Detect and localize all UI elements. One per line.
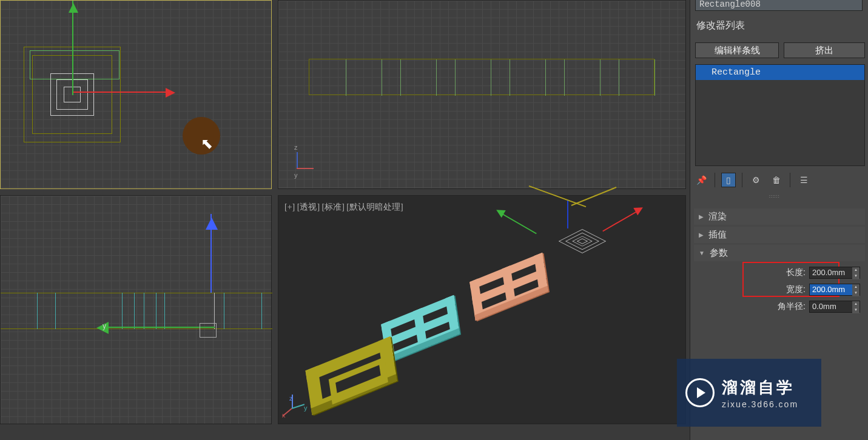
viewport-left[interactable]: y — [0, 195, 272, 424]
separator-icon — [715, 173, 715, 187]
spinner-down-icon[interactable]: ▼ — [852, 273, 860, 279]
chevron-right-icon: ▶ — [699, 232, 704, 238]
left-bar — [134, 293, 135, 329]
world-axes-icon: z y x — [287, 395, 305, 413]
separator-icon — [790, 173, 790, 187]
width-spinner[interactable]: 200.0mm ▲▼ — [809, 284, 860, 296]
selected-rectangle-wireframe — [545, 218, 618, 278]
front-mini-axes: z y — [297, 152, 315, 170]
watermark: 溜溜自学 zixue.3d66.com — [677, 359, 821, 427]
param-label: 角半径: — [778, 301, 806, 312]
gizmo-center-handle[interactable] — [200, 323, 217, 338]
modifier-dropdown-edit-spline[interactable]: 编辑样条线 — [695, 42, 779, 58]
rollout-interpolation[interactable]: ▶ 插值 — [694, 227, 865, 243]
object-name-field[interactable]: Rectangle008 — [695, 0, 863, 11]
chevron-right-icon: ▶ — [699, 213, 704, 220]
left-bar — [261, 293, 262, 329]
modifier-list-label: 修改器列表 — [696, 19, 745, 32]
front-cell — [510, 59, 546, 96]
pin-stack-icon[interactable]: 📌 — [694, 173, 708, 187]
spinner-buttons[interactable]: ▲▼ — [852, 284, 860, 296]
param-label: 宽度: — [786, 284, 806, 295]
gizmo-y-axis[interactable] — [72, 1, 73, 95]
make-unique-icon[interactable]: ⚙ — [749, 173, 763, 187]
front-cell — [400, 59, 437, 96]
show-end-result-icon[interactable]: ▯ — [721, 173, 736, 187]
spinner-buttons[interactable]: ▲▼ — [852, 267, 860, 279]
watermark-text: 溜溜自学 zixue.3d66.com — [722, 377, 798, 409]
chevron-down-icon: ▼ — [699, 250, 705, 256]
viewport-area: ⬉ z y — [0, 0, 690, 424]
stack-toolbar: 📌 ▯ ⚙ 🗑 ☰ — [694, 171, 866, 189]
modifier-stack-item-selected[interactable]: Rectangle — [696, 65, 864, 80]
spinner-value: 200.0mm — [812, 268, 845, 277]
spinner-up-icon[interactable]: ▲ — [852, 284, 860, 290]
left-bar — [144, 293, 144, 329]
axis-y-label: y — [103, 322, 106, 330]
left-bar — [164, 293, 165, 329]
axis-y-icon — [292, 404, 305, 409]
left-bar — [55, 293, 56, 329]
rollout-parameters[interactable]: ▼ 参数 — [694, 245, 865, 261]
axis-x-icon — [297, 168, 314, 169]
viewport-front[interactable]: z y — [278, 0, 686, 189]
length-spinner[interactable]: 200.0mm ▲▼ — [809, 267, 860, 279]
param-row-width: 宽度: 200.0mm ▲▼ — [694, 282, 865, 297]
param-row-length: 长度: 200.0mm ▲▼ — [694, 265, 865, 280]
configure-sets-icon[interactable]: ☰ — [796, 173, 811, 187]
left-bar — [37, 293, 38, 329]
viewport-label[interactable]: [+] [透视] [标准] [默认明暗处理] — [284, 202, 403, 213]
left-wire-strip — [1, 293, 272, 329]
viewport-top[interactable]: ⬉ — [0, 0, 272, 189]
rollout-rendering[interactable]: ▶ 渲染 — [694, 208, 865, 225]
front-cell — [564, 59, 601, 96]
spinner-value: 0.0mm — [812, 302, 836, 311]
modifier-stack[interactable]: Rectangle — [695, 64, 865, 166]
spinner-down-icon[interactable]: ▼ — [852, 307, 860, 313]
axis-x-label: x — [282, 412, 286, 419]
front-cell — [346, 59, 382, 96]
spinner-down-icon[interactable]: ▼ — [852, 290, 860, 296]
spinner-up-icon[interactable]: ▲ — [852, 301, 860, 307]
front-cell — [455, 59, 491, 96]
axis-z-label: z — [289, 395, 293, 402]
left-bot-edge — [1, 328, 272, 329]
param-label: 长度: — [786, 267, 806, 278]
spinner-buttons[interactable]: ▲▼ — [852, 301, 860, 313]
front-wire-strip — [309, 59, 654, 95]
axis-y-label: y — [304, 404, 308, 412]
front-cell — [619, 59, 655, 96]
spinner-value: 200.0mm — [812, 285, 845, 294]
separator-icon — [742, 173, 742, 187]
watermark-title: 溜溜自学 — [722, 377, 798, 398]
parameters-panel: 长度: 200.0mm ▲▼ 宽度: 200.0mm ▲▼ 角半径: 0.0mm… — [694, 262, 865, 322]
watermark-url: zixue.3d66.com — [722, 399, 798, 409]
rollout-label: 参数 — [710, 247, 728, 259]
rollout-label: 渲染 — [708, 211, 727, 222]
remove-modifier-icon[interactable]: 🗑 — [769, 173, 784, 187]
viewport-perspective[interactable]: [+] [透视] [标准] [默认明暗处理] z y x — [278, 195, 686, 424]
axis-y-label: y — [294, 172, 298, 179]
panel-drag-grip-icon[interactable]: :::::: — [769, 194, 790, 198]
axis-z-icon — [297, 152, 298, 169]
rollout-label: 插值 — [708, 229, 727, 241]
gizmo-y-axis[interactable] — [103, 327, 215, 328]
left-bar — [224, 293, 224, 329]
play-circle-icon — [685, 378, 715, 407]
spinner-up-icon[interactable]: ▲ — [852, 267, 860, 273]
left-bar — [156, 293, 156, 329]
modifier-dropdown-extrude[interactable]: 挤出 — [784, 42, 865, 58]
left-bar — [122, 293, 123, 329]
axis-z-label: z — [294, 144, 298, 151]
gizmo-x-axis[interactable] — [73, 92, 170, 93]
param-row-corner-radius: 角半径: 0.0mm ▲▼ — [694, 299, 865, 314]
left-top-edge — [1, 293, 272, 293]
corner-radius-spinner[interactable]: 0.0mm ▲▼ — [809, 301, 860, 313]
gizmo-z-axis[interactable] — [210, 214, 212, 293]
